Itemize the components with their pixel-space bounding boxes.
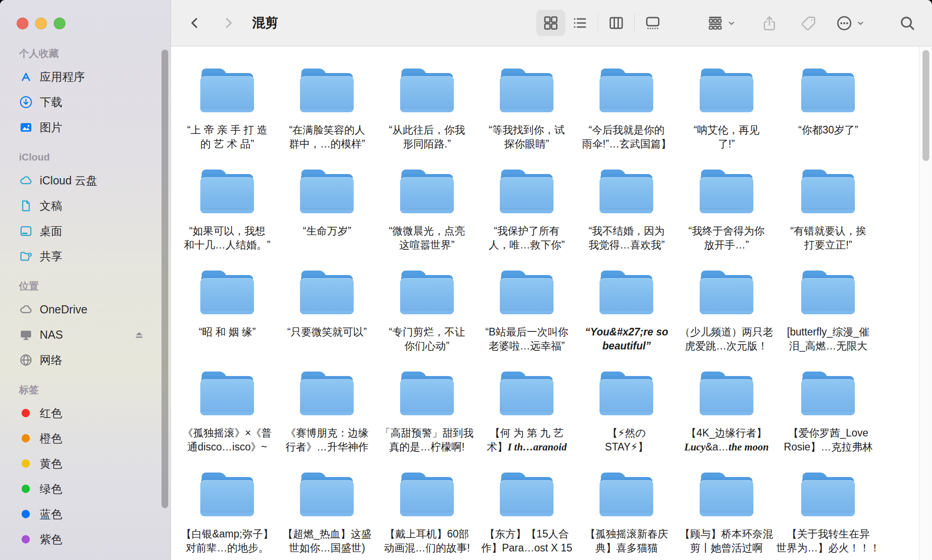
folder-item[interactable]: （少儿频道）两只老虎爱跳…次元版！ [677, 271, 776, 372]
folder-item[interactable]: 【超燃_热血】这盛世如你…国盛世) [277, 473, 377, 560]
folder-name: “在满脸笑容的人群中，…的模样” [289, 123, 365, 151]
sidebar-item-icloud-drive[interactable]: iCloud 云盘 [18, 168, 145, 193]
folder-item[interactable]: 《赛博朋克：边缘行者》…升华神作 [277, 372, 377, 473]
sidebar-item-label: 橙色 [40, 431, 62, 446]
folder-item[interactable]: 【白银&amp;弥子】对前辈…的地步。 [177, 473, 277, 560]
folder-name: 【⚡然のSTAY⚡】 [605, 426, 648, 454]
folder-icon [700, 170, 753, 213]
folder-item[interactable]: 【4K_边缘行者】Lucy&a…the moon [677, 372, 776, 473]
list-view-icon [572, 15, 588, 31]
folder-item[interactable]: “如果可以，我想和十几…人结婚。” [177, 170, 277, 271]
sidebar-item-downloads[interactable]: 下载 [18, 89, 145, 115]
folder-item[interactable]: “专门剪烂，不让你们心动” [377, 271, 477, 372]
folder-item[interactable]: “上 帝 亲 手 打 造的 艺 术 品” [177, 69, 277, 170]
sidebar-item-tag-yellow[interactable]: 黄色 [18, 451, 145, 476]
folder-name: 【爱你罗茜_LoveRosie】…克拉弗林 [784, 426, 873, 454]
search-button[interactable] [899, 15, 916, 32]
folder-name: “B站最后一次叫你老婆啦…远幸福” [485, 325, 568, 353]
tags-button[interactable] [800, 15, 817, 32]
folder-name: “从此往后，你我形同陌路.” [389, 123, 465, 151]
folder-icon [200, 473, 254, 516]
folder-item[interactable]: “你都30岁了” [776, 69, 880, 170]
folder-item[interactable]: “我终于舍得为你放开手…” [677, 170, 776, 271]
folder-item[interactable]: “微微晨光，点亮这喧嚣世界” [377, 170, 477, 271]
icon-view-button[interactable] [536, 10, 565, 36]
sidebar-item-label: 桌面 [40, 224, 62, 239]
close-button[interactable] [17, 18, 28, 29]
folder-item[interactable]: [butterfly_综漫_催泪_高燃…无限大 [776, 271, 880, 372]
folder-item[interactable]: “呐艾伦，再见了!” [677, 69, 776, 170]
folder-item[interactable]: 【东方】【15人合作】Para…ost X 15 [477, 473, 577, 560]
folder-item[interactable]: 【何 为 第 九 艺术】I th…aranoid [477, 372, 577, 473]
folder-item[interactable]: “从此往后，你我形同陌路.” [377, 69, 477, 170]
folder-item[interactable]: 【爱你罗茜_LoveRosie】…克拉弗林 [776, 372, 880, 473]
document-icon [18, 198, 33, 213]
group-by-button[interactable] [707, 15, 736, 32]
eject-icon[interactable] [133, 329, 145, 341]
folder-item[interactable]: “生命万岁” [277, 170, 377, 271]
folder-item[interactable]: “You&#x27;re sobeautiful” [577, 271, 676, 372]
folder-item[interactable]: “昭 和 姻 缘” [177, 271, 277, 372]
forward-button[interactable] [221, 14, 236, 32]
ellipsis-circle-icon [836, 15, 853, 32]
tag-icon [800, 15, 817, 32]
sidebar-item-documents[interactable]: 文稿 [18, 193, 145, 218]
more-button[interactable] [836, 15, 865, 32]
folder-item[interactable]: 【顾与】桥本环奈混剪丨她曾活过啊 [677, 473, 776, 560]
folder-icon [600, 69, 653, 112]
sidebar-item-applications[interactable]: 应用程序 [18, 64, 145, 89]
sidebar-item-pictures[interactable]: 图片 [18, 115, 145, 140]
folder-item[interactable]: “只要微笑就可以” [277, 271, 377, 372]
list-view-button[interactable] [565, 10, 594, 36]
folder-name: 《孤独摇滚》×《普通disco…isco》~ [183, 426, 272, 454]
folder-item[interactable]: “我不结婚，因为我觉得…喜欢我” [577, 170, 676, 271]
folder-item[interactable]: “B站最后一次叫你老婆啦…远幸福” [477, 271, 577, 372]
folder-item[interactable]: “有错就要认，挨打要立正!” [776, 170, 880, 271]
folder-item[interactable]: “在满脸笑容的人群中，…的模样” [277, 69, 377, 170]
group-icon [707, 15, 724, 32]
folder-item[interactable]: “等我找到你，试探你眼睛” [477, 69, 577, 170]
sidebar-item-desktop[interactable]: 桌面 [18, 218, 145, 243]
desktop-icon [18, 223, 33, 239]
folder-name: “昭 和 姻 缘” [198, 325, 256, 339]
zoom-button[interactable] [54, 18, 65, 29]
folder-item[interactable]: “今后我就是你的雨伞!”…玄武国篇】 [577, 69, 676, 170]
minimize-button[interactable] [35, 18, 47, 29]
folder-name: “我不结婚，因为我觉得…喜欢我” [589, 224, 665, 252]
folder-item[interactable]: 【戴上耳机】60部动画混…们的故事! [377, 473, 477, 560]
folder-name: 【戴上耳机】60部动画混…们的故事! [384, 527, 470, 555]
share-button[interactable] [761, 15, 778, 32]
folder-icon [500, 372, 554, 415]
folder-item[interactable]: “我保护了所有人，唯…救下你” [477, 170, 577, 271]
back-button[interactable] [187, 14, 203, 32]
folder-name: [butterfly_综漫_催泪_高燃…无限大 [787, 325, 870, 353]
folder-name: 【白银&amp;弥子】对前辈…的地步。 [181, 527, 273, 555]
sidebar-item-onedrive[interactable]: OneDrive [18, 297, 145, 322]
folder-item[interactable]: 【孤独摇滚新春庆典】喜多猫猫 [577, 473, 676, 560]
folder-item[interactable]: 《孤独摇滚》×《普通disco…isco》~ [177, 372, 277, 473]
scrollbar-thumb[interactable] [923, 50, 929, 161]
sidebar-item-nas[interactable]: NAS [18, 322, 145, 347]
folder-icon [600, 170, 653, 213]
sidebar-item-label: 蓝色 [40, 507, 62, 522]
sidebar-section-icloud: iCloud iCloud 云盘 文稿 桌面 共享 [18, 151, 145, 269]
content-scrollbar[interactable] [919, 46, 932, 560]
sidebar-item-network[interactable]: 网络 [18, 347, 145, 372]
download-icon [18, 94, 33, 110]
sidebar-item-shared[interactable]: 共享 [18, 243, 145, 269]
sidebar-item-label: 文稿 [40, 198, 62, 213]
sidebar-item-tag-red[interactable]: 红色 [18, 400, 145, 426]
sidebar-scrollbar[interactable] [161, 50, 168, 508]
column-view-button[interactable] [602, 10, 631, 36]
folder-item[interactable]: 【⚡然のSTAY⚡】 [577, 372, 676, 473]
folder-item[interactable]: 【关于我转生在异世界为…】必火！！！ [776, 473, 880, 560]
share-icon [761, 15, 778, 32]
finder-window: 个人收藏 应用程序 下载 图片 iCloud iCloud 云盘 文稿 桌面 共… [0, 0, 932, 560]
sidebar-item-tag-orange[interactable]: 橙色 [18, 426, 145, 451]
sidebar-item-tag-green[interactable]: 绿色 [18, 476, 145, 501]
window-controls [17, 18, 65, 29]
folder-item[interactable]: 「高甜预警」甜到我真的是…柠檬啊! [377, 372, 477, 473]
gallery-view-button[interactable] [638, 10, 667, 36]
sidebar-item-tag-blue[interactable]: 蓝色 [18, 501, 145, 527]
sidebar-item-tag-purple[interactable]: 紫色 [18, 527, 145, 552]
